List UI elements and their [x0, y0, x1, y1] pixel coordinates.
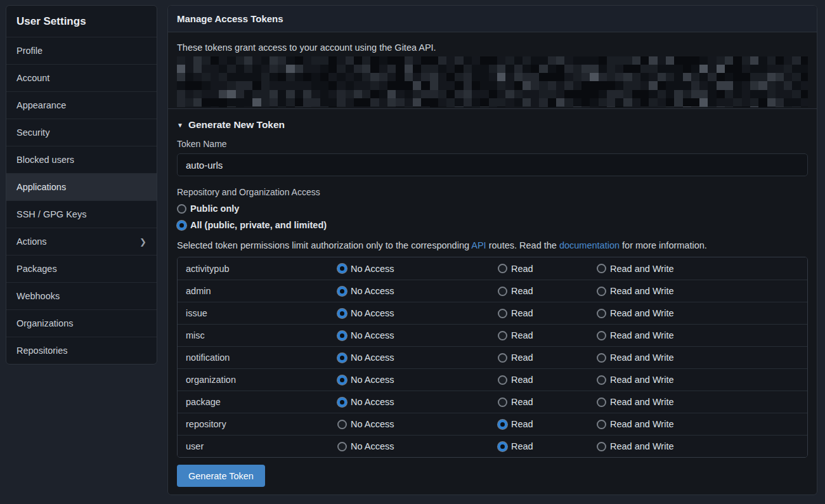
- perm-activitypub-read-and-write-option[interactable]: Read and Write: [597, 264, 807, 274]
- caret-down-icon: ▼: [177, 122, 183, 129]
- perm-package-read-and-write-radio[interactable]: [597, 397, 606, 407]
- perm-user-read-option[interactable]: Read: [498, 441, 597, 451]
- perm-notification-no-access-option[interactable]: No Access: [337, 352, 498, 363]
- perm-option-label: Read: [511, 441, 533, 451]
- permission-row-admin: adminNo AccessReadRead and Write: [178, 280, 807, 302]
- perm-misc-no-access-radio[interactable]: [337, 331, 347, 340]
- sidebar-item-webhooks[interactable]: Webhooks: [6, 282, 157, 309]
- scope-option-public-only[interactable]: Public only: [177, 204, 808, 214]
- permission-name: misc: [178, 330, 337, 340]
- perm-admin-read-and-write-radio[interactable]: [597, 287, 606, 296]
- sidebar-item-security[interactable]: Security: [6, 119, 157, 146]
- perm-option-label: No Access: [351, 375, 394, 385]
- permissions-table: activitypubNo AccessReadRead and Writead…: [177, 257, 808, 458]
- scope-option-all-public-private-and-limited[interactable]: All (public, private, and limited): [177, 220, 808, 230]
- perm-notification-read-radio[interactable]: [498, 353, 507, 363]
- sidebar-item-ssh-gpg-keys[interactable]: SSH / GPG Keys: [6, 200, 157, 228]
- generate-new-token-section: ▼ Generate New Token Token Name Reposito…: [177, 119, 808, 487]
- perm-repository-read-and-write-radio[interactable]: [597, 420, 606, 429]
- perm-user-read-and-write-option[interactable]: Read and Write: [597, 441, 807, 451]
- perm-organization-read-and-write-radio[interactable]: [597, 375, 606, 385]
- generate-new-token-summary[interactable]: ▼ Generate New Token: [177, 119, 808, 131]
- perm-option-label: No Access: [351, 330, 394, 340]
- documentation-link[interactable]: documentation: [559, 240, 620, 250]
- perm-activitypub-read-radio[interactable]: [498, 264, 507, 273]
- perm-organization-read-option[interactable]: Read: [498, 375, 597, 385]
- perm-package-read-and-write-option[interactable]: Read and Write: [597, 397, 807, 407]
- perm-repository-no-access-option[interactable]: No Access: [337, 419, 498, 429]
- sidebar-item-label: Blocked users: [16, 155, 74, 165]
- permission-name: issue: [178, 308, 337, 318]
- perm-organization-no-access-option[interactable]: No Access: [337, 375, 498, 385]
- perm-misc-read-option[interactable]: Read: [498, 330, 597, 340]
- scope-radio-public-only[interactable]: [177, 204, 186, 214]
- perm-admin-read-radio[interactable]: [498, 287, 507, 296]
- perm-notification-read-and-write-radio[interactable]: [597, 353, 606, 363]
- perm-misc-read-and-write-radio[interactable]: [597, 331, 606, 340]
- perm-misc-read-radio[interactable]: [498, 331, 507, 340]
- sidebar-item-label: Appearance: [16, 100, 66, 110]
- perm-issue-read-option[interactable]: Read: [498, 308, 597, 318]
- perm-repository-read-and-write-option[interactable]: Read and Write: [597, 419, 807, 429]
- perm-package-no-access-radio[interactable]: [337, 397, 347, 407]
- sidebar-item-account[interactable]: Account: [6, 64, 157, 91]
- scope-label: Repository and Organization Access: [177, 187, 808, 197]
- perm-activitypub-read-option[interactable]: Read: [498, 264, 597, 274]
- perm-notification-read-option[interactable]: Read: [498, 352, 597, 363]
- perm-issue-read-and-write-option[interactable]: Read and Write: [597, 308, 807, 318]
- redacted-token-list: [177, 56, 808, 107]
- perm-issue-no-access-radio[interactable]: [337, 309, 347, 318]
- perm-repository-read-radio[interactable]: [498, 420, 507, 429]
- perm-user-no-access-radio[interactable]: [337, 442, 347, 451]
- perm-package-no-access-option[interactable]: No Access: [337, 397, 498, 407]
- perm-admin-no-access-option[interactable]: No Access: [337, 286, 498, 296]
- perm-package-read-radio[interactable]: [498, 397, 507, 407]
- sidebar-item-applications[interactable]: Applications: [6, 173, 157, 200]
- sidebar-item-repositories[interactable]: Repositories: [6, 337, 157, 364]
- perm-organization-read-radio[interactable]: [498, 375, 507, 385]
- sidebar-item-label: Organizations: [16, 318, 73, 328]
- perm-organization-read-and-write-option[interactable]: Read and Write: [597, 375, 807, 385]
- perm-user-read-radio[interactable]: [498, 442, 507, 451]
- perm-activitypub-read-and-write-radio[interactable]: [597, 264, 606, 273]
- token-name-input[interactable]: [177, 153, 808, 176]
- sidebar-item-blocked-users[interactable]: Blocked users: [6, 146, 157, 173]
- perm-organization-no-access-radio[interactable]: [337, 375, 347, 385]
- perm-repository-no-access-radio[interactable]: [337, 420, 347, 429]
- sidebar-item-label: Profile: [16, 46, 42, 56]
- sidebar-item-label: Actions: [16, 236, 47, 247]
- perm-issue-read-and-write-radio[interactable]: [597, 309, 606, 318]
- perm-admin-read-and-write-option[interactable]: Read and Write: [597, 286, 807, 296]
- perm-notification-no-access-radio[interactable]: [337, 353, 347, 363]
- perm-option-label: No Access: [351, 286, 394, 296]
- scope-radio-all-public-private-and-limited[interactable]: [177, 221, 186, 230]
- permission-row-organization: organizationNo AccessReadRead and Write: [178, 368, 807, 391]
- permission-name: activitypub: [178, 264, 337, 274]
- perm-package-read-option[interactable]: Read: [498, 397, 597, 407]
- section-divider: [168, 108, 817, 109]
- api-link[interactable]: API: [471, 240, 486, 250]
- perm-issue-read-radio[interactable]: [498, 309, 507, 318]
- sidebar-item-appearance[interactable]: Appearance: [6, 91, 157, 119]
- perm-option-label: Read and Write: [610, 308, 673, 318]
- sidebar-item-actions[interactable]: Actions❯: [6, 228, 157, 255]
- perm-activitypub-no-access-option[interactable]: No Access: [337, 264, 498, 274]
- perm-activitypub-no-access-radio[interactable]: [337, 264, 347, 273]
- perm-repository-read-option[interactable]: Read: [498, 419, 597, 429]
- perm-misc-read-and-write-option[interactable]: Read and Write: [597, 330, 807, 340]
- perm-issue-no-access-option[interactable]: No Access: [337, 308, 498, 318]
- sidebar-item-label: Account: [16, 73, 49, 83]
- perm-user-no-access-option[interactable]: No Access: [337, 441, 498, 451]
- sidebar-item-organizations[interactable]: Organizations: [6, 309, 157, 337]
- permission-name: repository: [178, 419, 337, 429]
- perm-admin-read-option[interactable]: Read: [498, 286, 597, 296]
- sidebar-item-profile[interactable]: Profile: [6, 37, 157, 64]
- perm-misc-no-access-option[interactable]: No Access: [337, 330, 498, 340]
- perm-user-read-and-write-radio[interactable]: [597, 442, 606, 451]
- generate-token-button[interactable]: Generate Token: [177, 465, 265, 487]
- sidebar-item-packages[interactable]: Packages: [6, 255, 157, 282]
- perm-admin-no-access-radio[interactable]: [337, 287, 347, 296]
- permission-name: package: [178, 397, 337, 407]
- scope-option-label: All (public, private, and limited): [190, 220, 327, 230]
- perm-notification-read-and-write-option[interactable]: Read and Write: [597, 352, 807, 363]
